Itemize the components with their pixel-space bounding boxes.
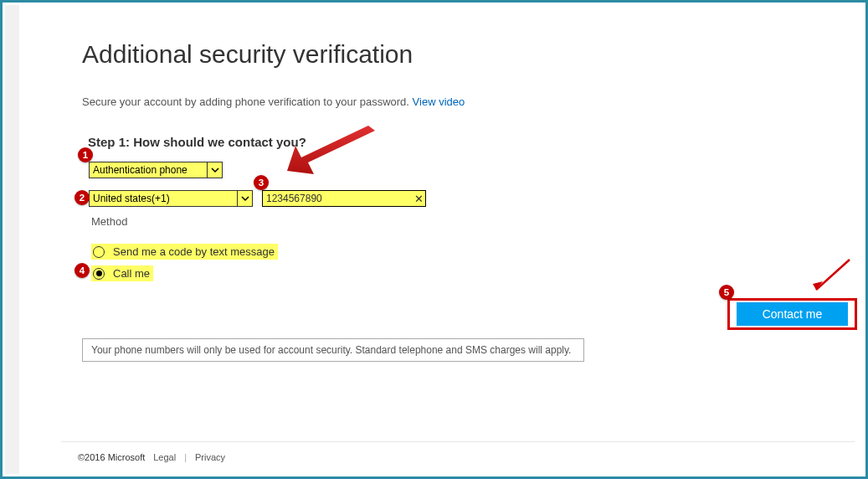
chevron-down-icon [237, 191, 252, 206]
phone-number-input[interactable] [262, 190, 426, 207]
annotation-badge-3: 3 [254, 175, 269, 190]
footer-separator [61, 441, 855, 442]
page-footer: ©2016 Microsoft Legal | Privacy [78, 452, 225, 462]
left-gutter [5, 5, 19, 474]
method-label: Method [91, 215, 127, 228]
page-content: Additional security verification Secure … [19, 5, 863, 474]
footer-privacy-link[interactable]: Privacy [195, 452, 225, 462]
contact-button-highlight: Contact me [727, 298, 857, 330]
view-video-link[interactable]: View video [413, 95, 465, 108]
svg-marker-0 [287, 126, 375, 174]
page-title: Additional security verification [82, 40, 413, 69]
annotation-arrow-icon [806, 256, 856, 298]
security-notice: Your phone numbers will only be used for… [82, 338, 584, 362]
annotation-badge-4: 4 [74, 263, 90, 278]
radio-icon [93, 246, 105, 258]
footer-legal-link[interactable]: Legal [153, 452, 176, 462]
svg-marker-2 [813, 281, 823, 290]
step-1-heading: Step 1: How should we contact you? [88, 135, 306, 149]
radio-icon-selected [93, 268, 105, 280]
footer-copyright: ©2016 Microsoft [78, 452, 145, 462]
clear-input-icon[interactable]: ✕ [411, 190, 426, 207]
country-code-value: United states(+1) [93, 193, 170, 204]
annotation-badge-2: 2 [74, 190, 90, 205]
contact-method-value: Authentication phone [93, 164, 187, 176]
contact-method-select[interactable]: Authentication phone [89, 162, 223, 178]
option-text-message[interactable]: Send me a code by text message [91, 244, 278, 260]
annotation-badge-1: 1 [78, 147, 93, 162]
subtitle-text: Secure your account by adding phone veri… [82, 95, 413, 108]
footer-divider: | [184, 452, 187, 462]
chevron-down-icon [207, 162, 222, 178]
window-frame: Additional security verification Secure … [0, 0, 868, 479]
option-call-me[interactable]: Call me [91, 265, 153, 281]
annotation-arrow-icon [270, 124, 379, 183]
svg-line-1 [816, 260, 850, 290]
annotation-badge-5: 5 [719, 285, 734, 300]
option-text-message-label: Send me a code by text message [113, 245, 275, 258]
contact-me-button[interactable]: Contact me [737, 302, 848, 326]
option-call-me-label: Call me [113, 267, 150, 280]
page-subtitle: Secure your account by adding phone veri… [82, 95, 465, 108]
country-code-select[interactable]: United states(+1) [89, 190, 253, 207]
